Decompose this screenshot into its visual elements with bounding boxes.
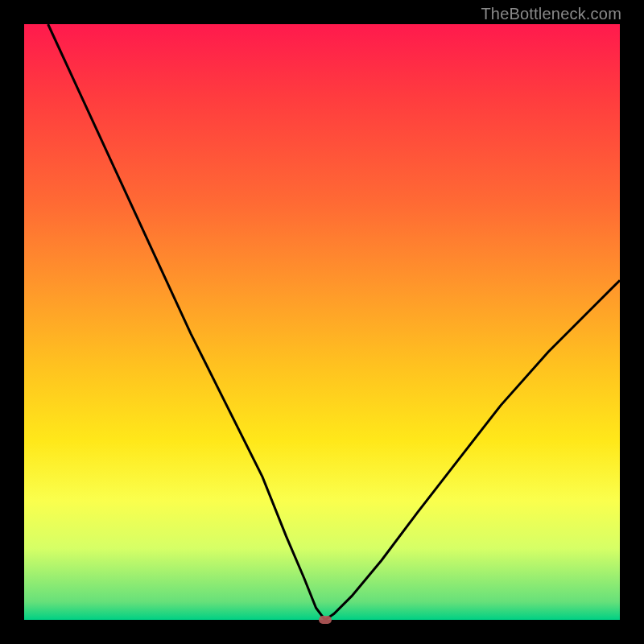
plot-area	[24, 24, 620, 620]
bottleneck-curve	[48, 24, 620, 620]
curve-svg	[24, 24, 620, 620]
watermark-text: TheBottleneck.com	[481, 5, 621, 23]
minimum-marker	[319, 616, 332, 624]
chart-frame: TheBottleneck.com	[0, 0, 644, 644]
